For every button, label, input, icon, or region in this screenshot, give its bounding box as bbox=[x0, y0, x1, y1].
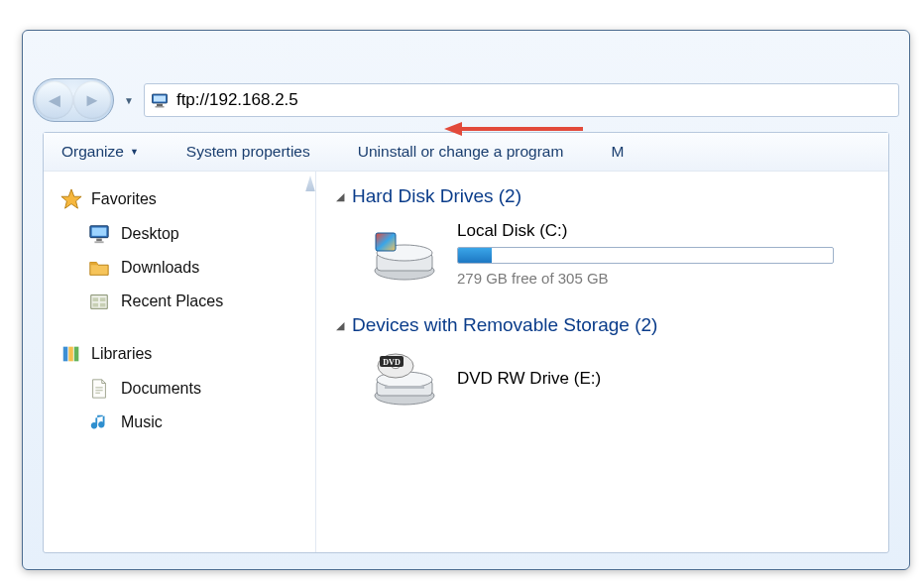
system-properties-button[interactable]: System properties bbox=[186, 143, 310, 161]
drive-dvd-rw[interactable]: DVD DVD RW Drive (E:) bbox=[370, 350, 868, 408]
collapse-triangle-icon: ◢ bbox=[336, 319, 344, 332]
recent-places-icon bbox=[87, 290, 111, 313]
address-bar[interactable] bbox=[144, 83, 899, 117]
libraries-label: Libraries bbox=[91, 345, 152, 363]
desktop-icon bbox=[87, 222, 111, 246]
section-label: Devices with Removable Storage (2) bbox=[352, 314, 657, 336]
drive-info: DVD RW Drive (E:) bbox=[457, 369, 601, 389]
computer-icon bbox=[151, 91, 169, 109]
documents-icon bbox=[87, 377, 111, 401]
downloads-label: Downloads bbox=[121, 259, 199, 277]
body-split: Favorites Desktop Downloads bbox=[44, 172, 888, 552]
uninstall-program-button[interactable]: Uninstall or change a program bbox=[358, 143, 564, 161]
address-input[interactable] bbox=[176, 90, 892, 110]
music-icon bbox=[87, 410, 111, 434]
svg-rect-24 bbox=[385, 386, 424, 389]
svg-rect-3 bbox=[155, 106, 164, 108]
favorites-group[interactable]: Favorites bbox=[50, 181, 309, 217]
svg-rect-2 bbox=[157, 104, 163, 106]
hard-drive-icon bbox=[370, 225, 439, 283]
organize-menu[interactable]: Organize ▼ bbox=[61, 143, 139, 161]
nav-history-dropdown-icon[interactable]: ▼ bbox=[120, 95, 138, 106]
svg-rect-13 bbox=[74, 347, 79, 362]
nav-button-group: ◄ ► bbox=[33, 78, 114, 122]
content-frame: Organize ▼ System properties Uninstall o… bbox=[43, 132, 889, 553]
svg-rect-12 bbox=[68, 347, 73, 362]
svg-rect-9 bbox=[96, 239, 102, 242]
svg-rect-8 bbox=[92, 228, 107, 236]
chevron-down-icon: ▼ bbox=[130, 147, 139, 157]
svg-rect-14 bbox=[95, 387, 102, 388]
toolbar-overflow[interactable]: M bbox=[611, 143, 624, 161]
forward-arrow-icon: ► bbox=[83, 90, 101, 110]
music-label: Music bbox=[121, 413, 163, 431]
back-arrow-icon: ◄ bbox=[45, 89, 64, 111]
desktop-label: Desktop bbox=[121, 225, 179, 243]
documents-label: Documents bbox=[121, 380, 201, 398]
sidebar-item-desktop[interactable]: Desktop bbox=[50, 217, 309, 251]
recent-places-label: Recent Places bbox=[121, 292, 223, 310]
svg-rect-16 bbox=[95, 393, 100, 394]
navigation-pane[interactable]: Favorites Desktop Downloads bbox=[44, 172, 316, 552]
drive-name: Local Disk (C:) bbox=[457, 221, 834, 241]
svg-text:DVD: DVD bbox=[383, 358, 401, 367]
section-hard-disk-drives[interactable]: ◢ Hard Disk Drives (2) bbox=[336, 185, 868, 207]
back-button[interactable]: ◄ bbox=[36, 81, 73, 119]
sidebar-item-documents[interactable]: Documents bbox=[50, 372, 309, 406]
sidebar-item-recent-places[interactable]: Recent Places bbox=[50, 285, 309, 318]
svg-rect-20 bbox=[376, 233, 396, 251]
libraries-group[interactable]: Libraries bbox=[50, 336, 309, 372]
svg-rect-1 bbox=[154, 96, 166, 102]
section-label: Hard Disk Drives (2) bbox=[352, 185, 521, 207]
drive-free-space: 279 GB free of 305 GB bbox=[457, 270, 834, 287]
command-bar: Organize ▼ System properties Uninstall o… bbox=[44, 133, 888, 172]
content-pane: ◢ Hard Disk Drives (2) Loc bbox=[316, 172, 888, 552]
collapse-triangle-icon: ◢ bbox=[336, 190, 344, 203]
drive-local-disk-c[interactable]: Local Disk (C:) 279 GB free of 305 GB bbox=[370, 221, 868, 287]
drive-name: DVD RW Drive (E:) bbox=[457, 369, 601, 389]
svg-marker-6 bbox=[61, 189, 81, 208]
favorites-label: Favorites bbox=[91, 190, 157, 208]
folder-icon bbox=[87, 256, 111, 280]
drive-info: Local Disk (C:) 279 GB free of 305 GB bbox=[457, 221, 834, 287]
forward-button[interactable]: ► bbox=[73, 81, 111, 119]
svg-rect-10 bbox=[94, 241, 103, 243]
star-icon bbox=[59, 187, 83, 211]
sidebar-item-music[interactable]: Music bbox=[50, 406, 309, 439]
drive-usage-bar bbox=[457, 247, 834, 264]
dvd-drive-icon: DVD bbox=[370, 350, 439, 408]
svg-rect-11 bbox=[63, 347, 68, 362]
titlebar-spacer bbox=[23, 31, 909, 78]
nav-bar: ◄ ► ▼ bbox=[23, 78, 909, 132]
drive-usage-fill bbox=[458, 248, 492, 263]
libraries-icon bbox=[59, 342, 83, 366]
svg-rect-15 bbox=[95, 390, 102, 391]
organize-label: Organize bbox=[61, 143, 124, 161]
section-removable-storage[interactable]: ◢ Devices with Removable Storage (2) bbox=[336, 314, 868, 336]
explorer-window: ◄ ► ▼ Organize ▼ bbox=[22, 30, 910, 570]
sidebar-item-downloads[interactable]: Downloads bbox=[50, 251, 309, 285]
